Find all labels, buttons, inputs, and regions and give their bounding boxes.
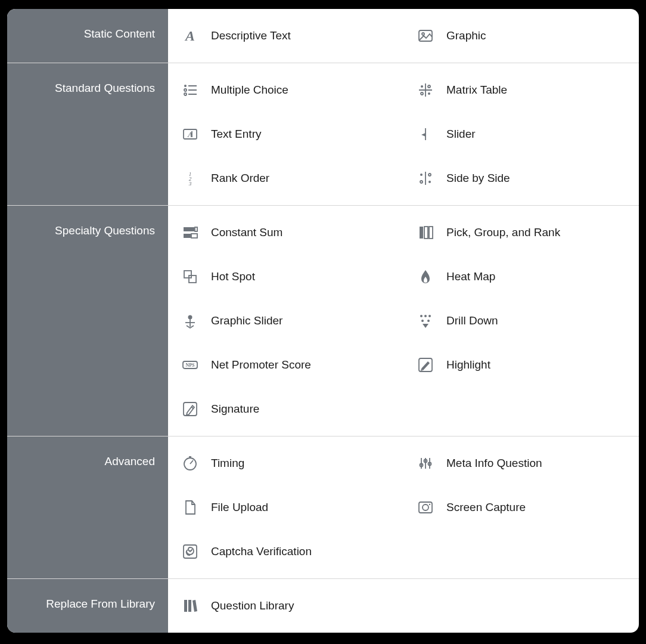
- slider-icon: [415, 125, 436, 143]
- section: Specialty QuestionsConstant SumPick, Gro…: [7, 206, 639, 436]
- constant-sum-icon: [180, 224, 200, 242]
- question-type-option[interactable]: Screen Capture: [403, 485, 639, 530]
- question-type-option[interactable]: Hot Spot: [168, 255, 403, 299]
- question-type-option[interactable]: Rank Order: [168, 156, 403, 200]
- multiple-choice-icon: [180, 81, 200, 99]
- question-type-option[interactable]: Descriptive Text: [168, 14, 403, 58]
- question-type-option[interactable]: Graphic: [403, 14, 639, 58]
- option-label: Matrix Table: [446, 83, 507, 97]
- option-label: Net Promoter Score: [211, 358, 311, 371]
- question-type-option[interactable]: Text Entry: [168, 112, 403, 156]
- question-type-option[interactable]: Net Promoter Score: [168, 343, 403, 387]
- question-type-option[interactable]: File Upload: [168, 485, 403, 530]
- captcha-icon: [180, 543, 200, 561]
- question-type-option[interactable]: Signature: [168, 387, 403, 431]
- option-label: Signature: [211, 402, 259, 416]
- items-grid: Descriptive TextGraphic: [168, 9, 639, 63]
- question-type-option[interactable]: Graphic Slider: [168, 299, 403, 343]
- option-label: Rank Order: [211, 172, 269, 185]
- section: Standard QuestionsMultiple ChoiceMatrix …: [7, 63, 639, 206]
- file-upload-icon: [180, 499, 200, 516]
- option-label: Screen Capture: [446, 501, 526, 514]
- hot-spot-icon: [180, 268, 200, 286]
- question-type-option[interactable]: Slider: [403, 112, 639, 156]
- graphic-slider-icon: [180, 312, 200, 330]
- text-entry-icon: [180, 125, 200, 143]
- question-type-picker: Static ContentDescriptive TextGraphicSta…: [7, 9, 639, 633]
- category-label: Replace From Library: [7, 579, 168, 633]
- question-type-option[interactable]: Captcha Verification: [168, 530, 403, 574]
- rank-order-icon: [180, 169, 200, 187]
- items-grid: Question Library: [168, 579, 639, 633]
- question-type-option[interactable]: Highlight: [403, 343, 639, 387]
- category-label: Static Content: [7, 9, 168, 63]
- highlight-icon: [415, 356, 436, 374]
- question-type-option[interactable]: Matrix Table: [403, 68, 639, 112]
- section: AdvancedTimingMeta Info QuestionFile Upl…: [7, 436, 639, 579]
- question-type-option[interactable]: Meta Info Question: [403, 441, 639, 485]
- meta-info-icon: [415, 454, 436, 472]
- question-type-option[interactable]: Drill Down: [403, 299, 639, 343]
- option-label: Highlight: [446, 358, 490, 371]
- heat-map-icon: [415, 268, 436, 286]
- option-label: Text Entry: [211, 128, 261, 141]
- screen-capture-icon: [415, 499, 436, 516]
- category-label: Standard Questions: [7, 63, 168, 205]
- option-label: Constant Sum: [211, 226, 282, 239]
- option-label: Graphic Slider: [211, 314, 282, 327]
- matrix-table-icon: [415, 81, 436, 99]
- side-by-side-icon: [415, 169, 436, 187]
- option-label: Side by Side: [446, 172, 510, 185]
- nps-icon: [180, 356, 200, 374]
- items-grid: Multiple ChoiceMatrix TableText EntrySli…: [168, 63, 639, 205]
- category-label: Specialty Questions: [7, 206, 168, 436]
- question-type-option[interactable]: Pick, Group, and Rank: [403, 210, 639, 255]
- question-type-option[interactable]: Constant Sum: [168, 210, 403, 255]
- question-type-option[interactable]: Question Library: [168, 584, 403, 628]
- pick-group-rank-icon: [415, 224, 436, 242]
- option-label: Descriptive Text: [211, 29, 291, 42]
- option-label: File Upload: [211, 501, 268, 514]
- question-type-option[interactable]: Side by Side: [403, 156, 639, 200]
- drill-down-icon: [415, 312, 436, 330]
- option-label: Question Library: [211, 599, 294, 612]
- question-library-icon: [180, 597, 200, 615]
- option-label: Meta Info Question: [446, 457, 542, 470]
- descriptive-text-icon: [180, 27, 200, 45]
- items-grid: TimingMeta Info QuestionFile UploadScree…: [168, 436, 639, 578]
- items-grid: Constant SumPick, Group, and RankHot Spo…: [168, 206, 639, 436]
- section: Replace From LibraryQuestion Library: [7, 579, 639, 633]
- option-label: Timing: [211, 457, 244, 470]
- section: Static ContentDescriptive TextGraphic: [7, 9, 639, 63]
- option-label: Multiple Choice: [211, 83, 288, 97]
- category-label: Advanced: [7, 436, 168, 578]
- option-label: Hot Spot: [211, 270, 255, 283]
- option-label: Drill Down: [446, 314, 498, 327]
- option-label: Captcha Verification: [211, 545, 312, 558]
- graphic-icon: [415, 27, 436, 45]
- option-label: Pick, Group, and Rank: [446, 226, 560, 239]
- option-label: Slider: [446, 128, 476, 141]
- signature-icon: [180, 400, 200, 418]
- question-type-option[interactable]: Heat Map: [403, 255, 639, 299]
- timing-icon: [180, 454, 200, 472]
- option-label: Graphic: [446, 29, 486, 42]
- question-type-option[interactable]: Timing: [168, 441, 403, 485]
- question-type-option[interactable]: Multiple Choice: [168, 68, 403, 112]
- option-label: Heat Map: [446, 270, 495, 283]
